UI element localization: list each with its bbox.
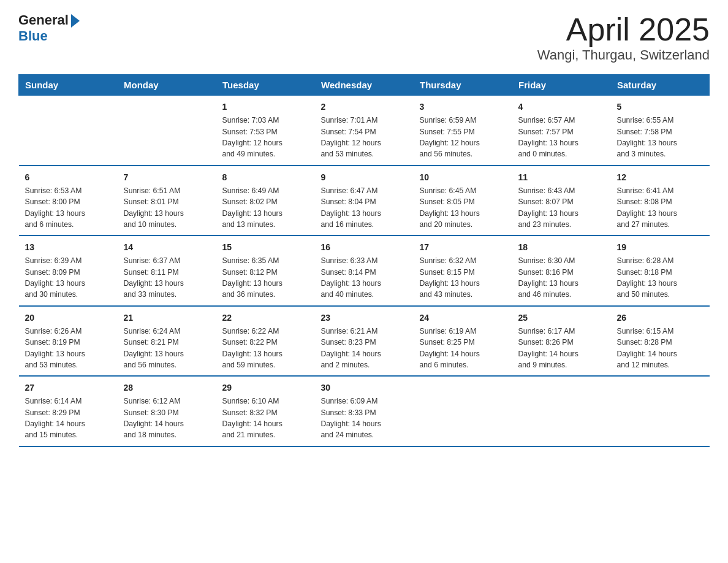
calendar-cell: 3Sunrise: 6:59 AMSunset: 7:55 PMDaylight… bbox=[414, 96, 512, 166]
day-info: Sunrise: 6:19 AMSunset: 8:25 PMDaylight:… bbox=[420, 327, 480, 369]
calendar-cell: 11Sunrise: 6:43 AMSunset: 8:07 PMDayligh… bbox=[512, 166, 611, 236]
col-sunday: Sunday bbox=[19, 75, 118, 96]
day-number: 14 bbox=[124, 241, 210, 253]
logo-arrow-icon bbox=[71, 14, 80, 28]
day-number: 16 bbox=[321, 241, 408, 253]
day-info: Sunrise: 6:51 AMSunset: 8:01 PMDaylight:… bbox=[124, 186, 184, 229]
day-info: Sunrise: 6:45 AMSunset: 8:05 PMDaylight:… bbox=[420, 186, 480, 229]
calendar-cell: 6Sunrise: 6:53 AMSunset: 8:00 PMDaylight… bbox=[19, 166, 118, 236]
calendar-cell: 9Sunrise: 6:47 AMSunset: 8:04 PMDaylight… bbox=[315, 166, 414, 236]
calendar-cell: 22Sunrise: 6:22 AMSunset: 8:22 PMDayligh… bbox=[216, 306, 315, 376]
calendar-cell bbox=[512, 376, 611, 446]
day-info: Sunrise: 6:59 AMSunset: 7:55 PMDaylight:… bbox=[420, 116, 480, 158]
day-number: 8 bbox=[222, 171, 309, 183]
day-number: 5 bbox=[617, 101, 703, 113]
calendar-cell: 2Sunrise: 7:01 AMSunset: 7:54 PMDaylight… bbox=[315, 96, 414, 166]
calendar-cell: 5Sunrise: 6:55 AMSunset: 7:58 PMDaylight… bbox=[611, 96, 710, 166]
day-info: Sunrise: 6:12 AMSunset: 8:30 PMDaylight:… bbox=[124, 397, 184, 439]
day-number: 17 bbox=[420, 241, 506, 253]
day-info: Sunrise: 6:35 AMSunset: 8:12 PMDaylight:… bbox=[222, 256, 282, 299]
calendar-cell: 8Sunrise: 6:49 AMSunset: 8:02 PMDaylight… bbox=[216, 166, 315, 236]
calendar-cell: 24Sunrise: 6:19 AMSunset: 8:25 PMDayligh… bbox=[414, 306, 512, 376]
calendar-cell: 30Sunrise: 6:09 AMSunset: 8:33 PMDayligh… bbox=[315, 376, 414, 446]
calendar-header: Sunday Monday Tuesday Wednesday Thursday… bbox=[19, 75, 710, 96]
day-info: Sunrise: 6:26 AMSunset: 8:19 PMDaylight:… bbox=[25, 327, 85, 369]
calendar-week-row: 13Sunrise: 6:39 AMSunset: 8:09 PMDayligh… bbox=[19, 236, 710, 305]
logo: General Blue bbox=[18, 12, 80, 44]
calendar-cell: 26Sunrise: 6:15 AMSunset: 8:28 PMDayligh… bbox=[611, 306, 710, 376]
day-number: 10 bbox=[420, 171, 506, 183]
day-info: Sunrise: 6:37 AMSunset: 8:11 PMDaylight:… bbox=[124, 256, 184, 299]
calendar-cell: 19Sunrise: 6:28 AMSunset: 8:18 PMDayligh… bbox=[611, 236, 710, 305]
day-number: 20 bbox=[25, 312, 112, 324]
day-info: Sunrise: 6:24 AMSunset: 8:21 PMDaylight:… bbox=[124, 327, 184, 369]
day-number: 24 bbox=[420, 312, 506, 324]
calendar-cell: 12Sunrise: 6:41 AMSunset: 8:08 PMDayligh… bbox=[611, 166, 710, 236]
calendar-cell: 10Sunrise: 6:45 AMSunset: 8:05 PMDayligh… bbox=[414, 166, 512, 236]
day-number: 28 bbox=[124, 381, 210, 394]
calendar-cell: 25Sunrise: 6:17 AMSunset: 8:26 PMDayligh… bbox=[512, 306, 611, 376]
calendar-body: 1Sunrise: 7:03 AMSunset: 7:53 PMDaylight… bbox=[19, 96, 710, 446]
calendar-cell: 15Sunrise: 6:35 AMSunset: 8:12 PMDayligh… bbox=[216, 236, 315, 305]
day-info: Sunrise: 7:03 AMSunset: 7:53 PMDaylight:… bbox=[222, 116, 282, 158]
days-of-week-row: Sunday Monday Tuesday Wednesday Thursday… bbox=[19, 75, 710, 96]
calendar-week-row: 1Sunrise: 7:03 AMSunset: 7:53 PMDaylight… bbox=[19, 96, 710, 166]
day-info: Sunrise: 6:41 AMSunset: 8:08 PMDaylight:… bbox=[617, 186, 677, 229]
day-info: Sunrise: 6:14 AMSunset: 8:29 PMDaylight:… bbox=[25, 397, 85, 439]
day-number: 25 bbox=[518, 312, 605, 324]
day-info: Sunrise: 7:01 AMSunset: 7:54 PMDaylight:… bbox=[321, 116, 381, 158]
col-thursday: Thursday bbox=[414, 75, 512, 96]
day-info: Sunrise: 6:09 AMSunset: 8:33 PMDaylight:… bbox=[321, 397, 381, 439]
day-info: Sunrise: 6:28 AMSunset: 8:18 PMDaylight:… bbox=[617, 256, 677, 299]
title-block: April 2025 Wangi, Thurgau, Switzerland bbox=[537, 12, 710, 63]
day-info: Sunrise: 6:30 AMSunset: 8:16 PMDaylight:… bbox=[518, 256, 578, 299]
col-friday: Friday bbox=[512, 75, 611, 96]
calendar-cell: 20Sunrise: 6:26 AMSunset: 8:19 PMDayligh… bbox=[19, 306, 118, 376]
col-tuesday: Tuesday bbox=[216, 75, 315, 96]
day-info: Sunrise: 6:43 AMSunset: 8:07 PMDaylight:… bbox=[518, 186, 578, 229]
calendar-cell: 21Sunrise: 6:24 AMSunset: 8:21 PMDayligh… bbox=[118, 306, 216, 376]
day-number: 18 bbox=[518, 241, 605, 253]
calendar-cell: 17Sunrise: 6:32 AMSunset: 8:15 PMDayligh… bbox=[414, 236, 512, 305]
calendar-cell: 18Sunrise: 6:30 AMSunset: 8:16 PMDayligh… bbox=[512, 236, 611, 305]
calendar-cell: 29Sunrise: 6:10 AMSunset: 8:32 PMDayligh… bbox=[216, 376, 315, 446]
calendar-cell: 7Sunrise: 6:51 AMSunset: 8:01 PMDaylight… bbox=[118, 166, 216, 236]
day-info: Sunrise: 6:53 AMSunset: 8:00 PMDaylight:… bbox=[25, 186, 85, 229]
day-number: 9 bbox=[321, 171, 408, 183]
calendar-cell: 28Sunrise: 6:12 AMSunset: 8:30 PMDayligh… bbox=[118, 376, 216, 446]
day-info: Sunrise: 6:49 AMSunset: 8:02 PMDaylight:… bbox=[222, 186, 282, 229]
day-number: 2 bbox=[321, 101, 408, 113]
day-info: Sunrise: 6:47 AMSunset: 8:04 PMDaylight:… bbox=[321, 186, 381, 229]
calendar-cell: 14Sunrise: 6:37 AMSunset: 8:11 PMDayligh… bbox=[118, 236, 216, 305]
day-info: Sunrise: 6:55 AMSunset: 7:58 PMDaylight:… bbox=[617, 116, 677, 158]
calendar-cell bbox=[19, 96, 118, 166]
day-number: 23 bbox=[321, 312, 408, 324]
day-number: 3 bbox=[420, 101, 506, 113]
day-number: 26 bbox=[617, 312, 703, 324]
day-info: Sunrise: 6:21 AMSunset: 8:23 PMDaylight:… bbox=[321, 327, 381, 369]
day-number: 29 bbox=[222, 381, 309, 394]
calendar-cell: 16Sunrise: 6:33 AMSunset: 8:14 PMDayligh… bbox=[315, 236, 414, 305]
calendar-week-row: 20Sunrise: 6:26 AMSunset: 8:19 PMDayligh… bbox=[19, 306, 710, 376]
calendar-cell bbox=[118, 96, 216, 166]
calendar-week-row: 27Sunrise: 6:14 AMSunset: 8:29 PMDayligh… bbox=[19, 376, 710, 446]
calendar-title: April 2025 bbox=[537, 12, 710, 47]
day-number: 19 bbox=[617, 241, 703, 253]
day-info: Sunrise: 6:17 AMSunset: 8:26 PMDaylight:… bbox=[518, 327, 578, 369]
day-number: 4 bbox=[518, 101, 605, 113]
calendar-subtitle: Wangi, Thurgau, Switzerland bbox=[537, 47, 710, 63]
calendar-week-row: 6Sunrise: 6:53 AMSunset: 8:00 PMDaylight… bbox=[19, 166, 710, 236]
day-info: Sunrise: 6:33 AMSunset: 8:14 PMDaylight:… bbox=[321, 256, 381, 299]
day-info: Sunrise: 6:32 AMSunset: 8:15 PMDaylight:… bbox=[420, 256, 480, 299]
col-saturday: Saturday bbox=[611, 75, 710, 96]
calendar-cell: 27Sunrise: 6:14 AMSunset: 8:29 PMDayligh… bbox=[19, 376, 118, 446]
logo-general-text: General bbox=[18, 12, 69, 28]
calendar-table: Sunday Monday Tuesday Wednesday Thursday… bbox=[18, 74, 710, 446]
day-info: Sunrise: 6:57 AMSunset: 7:57 PMDaylight:… bbox=[518, 116, 578, 158]
calendar-cell: 23Sunrise: 6:21 AMSunset: 8:23 PMDayligh… bbox=[315, 306, 414, 376]
calendar-cell: 1Sunrise: 7:03 AMSunset: 7:53 PMDaylight… bbox=[216, 96, 315, 166]
day-number: 15 bbox=[222, 241, 309, 253]
day-number: 6 bbox=[25, 171, 112, 183]
calendar-cell: 4Sunrise: 6:57 AMSunset: 7:57 PMDaylight… bbox=[512, 96, 611, 166]
col-wednesday: Wednesday bbox=[315, 75, 414, 96]
